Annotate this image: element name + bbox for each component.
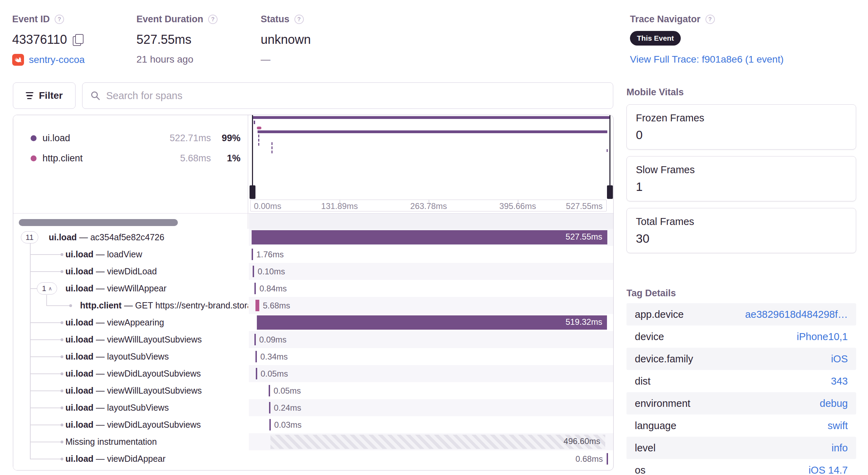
span-bar-row[interactable]: 527.55ms: [249, 229, 614, 246]
span-duration-label: 0.05ms: [261, 369, 288, 379]
span-bar-row[interactable]: 0.10ms: [249, 263, 614, 280]
time-axis: 0.00ms131.89ms263.78ms395.66ms527.55ms: [250, 200, 607, 211]
span-bar-row[interactable]: 0.05ms: [249, 382, 614, 399]
horizontal-scrollbar[interactable]: [19, 219, 178, 226]
tree-connector: [30, 271, 62, 272]
span-tree-row[interactable]: ui.load — layoutSubViews: [13, 348, 248, 365]
span-bar-row[interactable]: 0.09ms: [249, 331, 614, 348]
span-tree-row[interactable]: ui.load — viewDidLayoutSubviews: [13, 365, 248, 382]
span-tree: 11ui.load — ac354af5e82c4726ui.load — lo…: [13, 229, 248, 470]
span-duration-label: 0.84ms: [259, 284, 287, 293]
span-tree-row[interactable]: ui.load — viewWillLayoutSubviews: [13, 331, 248, 348]
span-bars-column: 0.00ms131.89ms263.78ms395.66ms527.55ms 5…: [249, 115, 614, 470]
tree-connector-dot: [61, 389, 63, 392]
span-tree-row[interactable]: ui.load — layoutSubViews: [13, 399, 248, 416]
legend-dot: [31, 155, 37, 161]
minimap-footer-band: [249, 214, 614, 229]
span-bar-row[interactable]: 0.03ms: [249, 416, 614, 433]
span-tree-row[interactable]: ui.load — viewDidAppear: [13, 450, 248, 467]
tag-value-link[interactable]: ae3829618d484298f…: [745, 309, 848, 320]
tag-value-link[interactable]: 343: [831, 376, 848, 387]
vital-card-frozen-frames: Frozen Frames 0: [626, 104, 856, 150]
viewport-right-handle[interactable]: [607, 185, 613, 199]
help-icon[interactable]: ?: [208, 15, 218, 24]
legend-item-ui.load: ui.load 522.71ms 99%: [13, 132, 248, 146]
tree-connector: [30, 391, 62, 391]
tag-key: dist: [635, 376, 650, 387]
span-tree-row[interactable]: 11ui.load — ac354af5e82c4726: [13, 229, 248, 246]
vital-label: Slow Frames: [636, 164, 847, 176]
span-bar-row[interactable]: 5.68ms: [249, 297, 614, 314]
tree-connector: [30, 408, 62, 408]
span-tree-row[interactable]: 1∧ui.load — viewWillAppear: [13, 280, 248, 297]
tag-value-link[interactable]: debug: [820, 398, 848, 409]
span-bar-row[interactable]: 0.24ms: [249, 399, 614, 416]
tree-connector: [30, 322, 62, 323]
span-children-badge[interactable]: 11: [21, 231, 38, 243]
span-label: ui.load — viewDidLayoutSubviews: [65, 420, 201, 430]
trace-navigator-label: Trace Navigator: [630, 14, 701, 25]
tag-key: level: [635, 442, 656, 454]
span-bar-row[interactable]: 0.34ms: [249, 348, 614, 365]
tag-key: device: [635, 331, 664, 343]
tree-connector: [30, 339, 62, 340]
tag-value-link[interactable]: iOS 14.7: [808, 465, 848, 475]
help-icon[interactable]: ?: [705, 15, 715, 24]
search-input[interactable]: [106, 90, 605, 102]
span-duration-label: 0.05ms: [274, 386, 301, 396]
span-bar-row[interactable]: 1.76ms: [249, 246, 614, 263]
help-icon[interactable]: ?: [55, 15, 64, 24]
span-bar-row[interactable]: 0.84ms: [249, 280, 614, 297]
search-icon: [90, 90, 101, 101]
span-bar-row[interactable]: 0.05ms: [249, 365, 614, 382]
vital-value: 0: [636, 128, 847, 142]
viewport-left-handle[interactable]: [250, 185, 255, 199]
span-children-badge[interactable]: 1∧: [37, 282, 57, 295]
legend-duration: 5.68ms: [180, 153, 211, 164]
tree-connector: [30, 459, 62, 459]
span-tree-row[interactable]: ui.load — viewWillLayoutSubviews: [13, 382, 248, 399]
tag-key: environment: [635, 398, 691, 409]
span-tree-row[interactable]: http.client — GET https://sentry-brand.s…: [13, 297, 248, 314]
span-label: ui.load — viewWillAppear: [65, 283, 166, 293]
span-duration-label: 0.09ms: [259, 335, 287, 345]
span-bar-row[interactable]: 519.32ms: [249, 314, 614, 331]
tree-connector-dot: [61, 338, 63, 341]
tree-connector-dot: [61, 406, 63, 409]
span-bar-row[interactable]: 496.60ms: [249, 433, 614, 450]
span-duration-label: 519.32ms: [257, 317, 602, 327]
status-sub: —: [261, 54, 270, 65]
legend-duration: 522.71ms: [169, 133, 211, 144]
span-tree-row[interactable]: ui.load — viewDidLayoutSubviews: [13, 416, 248, 433]
tag-row: device iPhone10,1: [626, 325, 856, 348]
span-duration-bar: [253, 266, 254, 277]
vital-label: Total Frames: [636, 216, 847, 227]
span-duration-label: 0.24ms: [274, 403, 301, 413]
span-bar-row[interactable]: 0.68ms: [249, 450, 614, 467]
span-duration-label: 0.03ms: [274, 420, 302, 430]
tree-connector: [30, 425, 62, 425]
span-duration-bar: [254, 283, 256, 294]
tag-value-link[interactable]: swift: [828, 420, 848, 432]
tree-connector: [46, 305, 71, 306]
view-full-trace-link[interactable]: View Full Trace: f901a8e6 (1 event): [630, 54, 784, 65]
span-label: ui.load — viewAppearing: [65, 317, 164, 328]
filter-button[interactable]: Filter: [13, 82, 76, 109]
project-link[interactable]: sentry-cocoa: [29, 54, 85, 65]
help-icon[interactable]: ?: [294, 15, 304, 24]
span-duration-bar: [255, 300, 259, 311]
tag-value-link[interactable]: info: [831, 442, 848, 454]
span-tree-row[interactable]: ui.load — viewDidLoad: [13, 263, 248, 280]
tag-value-link[interactable]: iPhone10,1: [797, 331, 848, 343]
span-tree-row[interactable]: ui.load — viewAppearing: [13, 314, 248, 331]
event-id-value: 43376110: [12, 32, 67, 47]
span-tree-row[interactable]: Missing instrumentation: [13, 433, 248, 450]
tree-connector-dot: [61, 321, 63, 324]
copy-icon[interactable]: [73, 34, 83, 45]
span-tree-row[interactable]: ui.load — loadView: [13, 246, 248, 263]
tag-value-link[interactable]: iOS: [831, 353, 848, 365]
tree-connector-dot: [61, 372, 63, 375]
span-duration-bar: [255, 351, 257, 362]
legend-percent: 99%: [222, 133, 240, 144]
span-search[interactable]: [82, 82, 613, 109]
